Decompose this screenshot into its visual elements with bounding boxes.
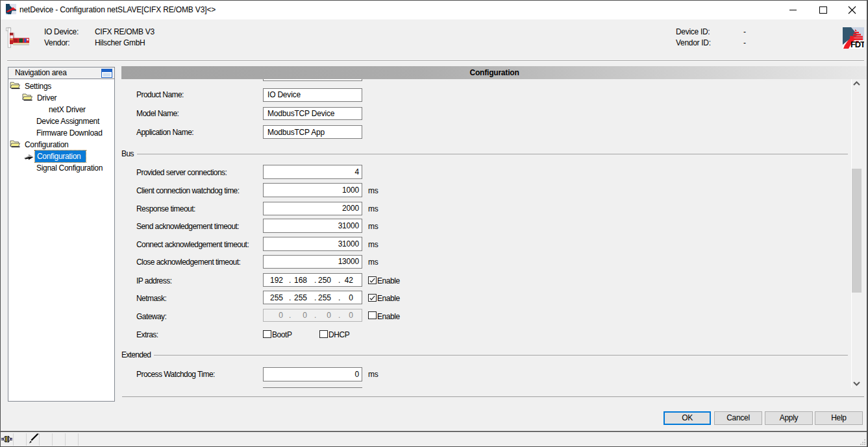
svg-text:FDT: FDT	[850, 40, 864, 49]
